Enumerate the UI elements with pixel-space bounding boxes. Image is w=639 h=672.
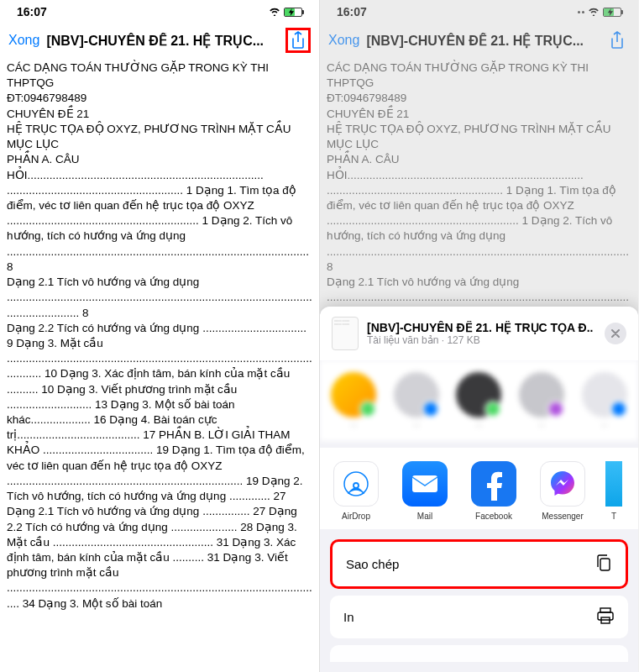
done-button[interactable]: Xong bbox=[328, 33, 359, 48]
copy-icon bbox=[595, 554, 612, 575]
done-button[interactable]: Xong bbox=[8, 33, 39, 48]
app-airdrop[interactable]: AirDrop bbox=[330, 461, 382, 521]
share-sheet: ═══ ═══ ═══ ═══ [NBV]-CHUYÊN ĐỀ 21. HỆ T… bbox=[320, 307, 638, 672]
airdrop-icon bbox=[333, 461, 379, 507]
status-time: 16:07 bbox=[17, 5, 47, 18]
svg-point-0 bbox=[354, 483, 359, 488]
app-extra[interactable]: T bbox=[605, 461, 622, 521]
nav-bar: Xong [NBV]-CHUYÊN ĐỀ 21. HỆ TRỤC... bbox=[320, 24, 638, 57]
signal-icon bbox=[578, 11, 584, 13]
close-button[interactable] bbox=[605, 323, 626, 344]
app-messenger[interactable]: Messenger bbox=[537, 461, 589, 521]
messenger-icon bbox=[540, 461, 585, 507]
app-facebook[interactable]: Facebook bbox=[468, 461, 520, 521]
sheet-subtitle: Tài liệu văn bản · 127 KB bbox=[367, 334, 596, 346]
avatar bbox=[331, 372, 376, 417]
action-item-partial[interactable] bbox=[330, 645, 628, 662]
phone-right: 16:07 Xong [NBV]-CHUYÊN ĐỀ 21. HỆ TRỤC..… bbox=[319, 0, 638, 672]
battery-icon bbox=[284, 8, 302, 17]
nav-bar: Xong [NBV]-CHUYÊN ĐỀ 21. HỆ TRỤC... bbox=[0, 24, 319, 57]
mail-icon bbox=[402, 461, 448, 507]
contact-item[interactable]: ··· bbox=[580, 372, 628, 429]
status-icons bbox=[578, 6, 621, 18]
copy-action[interactable]: Sao chép bbox=[330, 539, 628, 589]
svg-rect-3 bbox=[600, 559, 610, 570]
app-mail[interactable]: Mail bbox=[399, 461, 451, 521]
nav-title: [NBV]-CHUYÊN ĐỀ 21. HỆ TRỤC... bbox=[46, 33, 279, 49]
sheet-title: [NBV]-CHUYÊN ĐỀ 21. HỆ TRỤC TỌA Đ.. bbox=[367, 321, 596, 334]
action-label: In bbox=[343, 610, 354, 624]
contacts-row[interactable]: ··· ··· ··· ··· ··· bbox=[320, 360, 638, 441]
actions-list: Sao chép In bbox=[320, 529, 638, 672]
battery-icon bbox=[603, 8, 621, 17]
nav-title: [NBV]-CHUYÊN ĐỀ 21. HỆ TRỤC... bbox=[366, 33, 598, 49]
action-label: Sao chép bbox=[346, 557, 399, 571]
contact-item[interactable]: ··· bbox=[518, 372, 566, 429]
print-action[interactable]: In bbox=[330, 596, 628, 638]
doc-thumbnail-icon: ═══ ═══ ═══ ═══ bbox=[332, 317, 359, 350]
share-button[interactable] bbox=[605, 28, 630, 53]
avatar bbox=[519, 372, 564, 417]
svg-rect-4 bbox=[600, 608, 610, 612]
svg-rect-2 bbox=[412, 475, 437, 492]
document-content[interactable]: CÁC DẠNG TOÁN THƯỜNG GẶP TRONG KỲ THI TH… bbox=[0, 57, 319, 615]
contact-item[interactable]: ··· bbox=[330, 372, 378, 429]
printer-icon bbox=[596, 607, 615, 627]
sheet-header: ═══ ═══ ═══ ═══ [NBV]-CHUYÊN ĐỀ 21. HỆ T… bbox=[320, 307, 638, 360]
apps-row[interactable]: AirDrop Mail Facebook Messenger bbox=[320, 448, 638, 529]
avatar bbox=[394, 372, 439, 417]
phone-left: 16:07 Xong [NBV]-CHUYÊN ĐỀ 21. HỆ TRỤC..… bbox=[0, 0, 319, 672]
svg-point-1 bbox=[344, 472, 368, 496]
status-time: 16:07 bbox=[337, 5, 367, 18]
avatar bbox=[582, 372, 627, 417]
share-button[interactable] bbox=[285, 28, 311, 53]
wifi-icon bbox=[588, 6, 600, 18]
avatar bbox=[456, 372, 501, 417]
contact-item[interactable]: ··· bbox=[393, 372, 441, 429]
status-bar: 16:07 bbox=[320, 0, 638, 24]
app-icon bbox=[605, 461, 622, 507]
svg-rect-5 bbox=[598, 612, 613, 620]
status-bar: 16:07 bbox=[0, 0, 319, 24]
wifi-icon bbox=[269, 6, 280, 18]
facebook-icon bbox=[471, 461, 516, 507]
status-icons bbox=[269, 6, 302, 18]
contact-item[interactable]: ··· bbox=[455, 372, 503, 429]
